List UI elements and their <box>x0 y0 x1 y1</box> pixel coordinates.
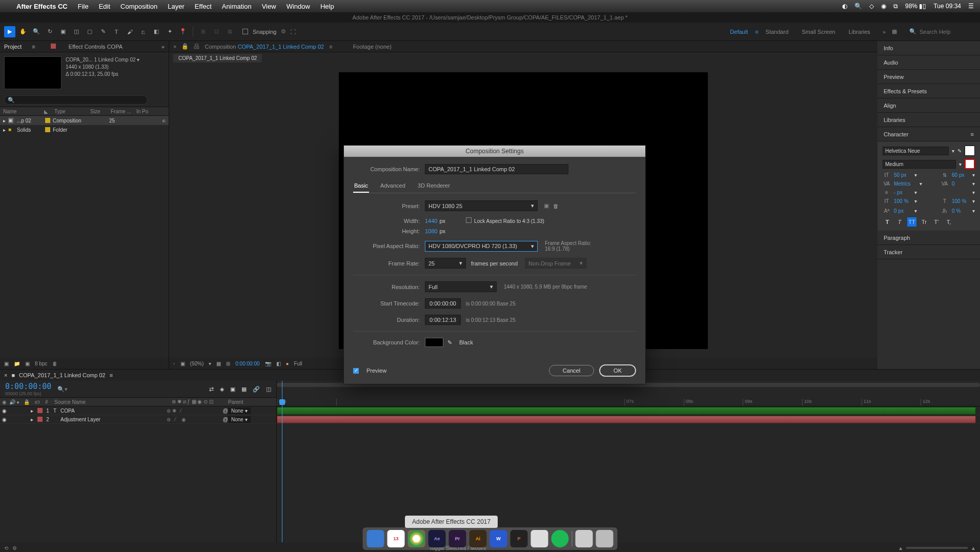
close-panel-icon[interactable]: × <box>173 44 176 50</box>
duration-input[interactable] <box>425 315 461 325</box>
preview-checkbox[interactable]: ✓ <box>353 368 359 374</box>
notification-icon[interactable]: ☰ <box>968 3 974 10</box>
fill-swatch[interactable] <box>965 146 975 156</box>
menu-view[interactable]: View <box>262 3 276 10</box>
pan-behind-tool[interactable]: ◫ <box>71 26 82 37</box>
search-input[interactable] <box>920 29 976 35</box>
panel-align[interactable]: Align <box>877 98 980 113</box>
rect-tool[interactable]: ▢ <box>84 26 95 37</box>
panel-overflow-icon[interactable]: » <box>161 44 165 50</box>
dock-app-chrome[interactable] <box>408 530 425 547</box>
faux-bold[interactable]: T <box>883 217 892 227</box>
dock-app-aftereffects[interactable]: Ae <box>428 530 446 547</box>
dock-app-p[interactable]: P <box>511 530 528 547</box>
ws-menu-icon[interactable]: ≡ <box>755 29 758 35</box>
tab-project[interactable]: Project <box>4 44 22 50</box>
kerning-input[interactable]: Metrics <box>894 181 916 187</box>
save-preset-icon[interactable]: ▣ <box>544 202 549 209</box>
zoom-in-icon[interactable]: ▲ <box>971 545 976 551</box>
superscript[interactable]: T' <box>932 217 941 227</box>
all-caps[interactable]: TT <box>907 217 916 227</box>
tl-foot-icon1[interactable]: ⟲ <box>4 545 8 551</box>
width-input[interactable]: 1440 <box>425 218 437 224</box>
channel-icon[interactable]: ▣ <box>180 361 185 366</box>
interpret-icon[interactable]: ▣ <box>4 361 9 366</box>
menu-help[interactable]: Help <box>320 3 334 10</box>
font-size-input[interactable]: 50 px <box>894 172 911 178</box>
ws-panel-icon[interactable]: ▦ <box>892 28 897 35</box>
small-caps[interactable]: Tr <box>920 217 929 227</box>
dock-downloads[interactable] <box>576 530 593 547</box>
font-dd-icon[interactable]: ▾ <box>952 148 954 154</box>
spotlight-icon[interactable]: 🔍 <box>854 3 862 10</box>
snapshot-icon[interactable]: 📷 <box>265 361 271 366</box>
app-menu[interactable]: After Effects CC <box>16 3 68 10</box>
zoom-tool[interactable]: 🔍 <box>31 26 42 37</box>
region-icon[interactable]: ◧ <box>276 361 281 366</box>
comp-thumbnail[interactable] <box>4 56 62 89</box>
footage-tab[interactable]: Footage (none) <box>353 44 392 50</box>
workspace-standard[interactable]: Standard <box>760 27 795 37</box>
grid-icon[interactable]: ⊞ <box>226 361 230 366</box>
menu-composition[interactable]: Composition <box>120 3 157 10</box>
layer-bar[interactable] <box>277 406 980 415</box>
tracking-input[interactable]: 0 <box>952 181 969 187</box>
time-display[interactable]: 0:00:00:00 <box>235 361 259 366</box>
parent-pickwhip-icon[interactable]: @ <box>223 417 228 422</box>
resolution-dropdown[interactable]: Full▾ <box>425 281 497 292</box>
tl-opt5-icon[interactable]: 🔗 <box>253 386 260 393</box>
ws-overflow-icon[interactable]: » <box>883 29 886 35</box>
leading-input[interactable]: 60 px <box>952 172 969 178</box>
color-mgmt-icon[interactable]: ● <box>286 361 289 366</box>
pen-tool[interactable]: ✎ <box>97 26 109 37</box>
tab-basic[interactable]: Basic <box>353 180 369 193</box>
panel-effects-presets[interactable]: Effects & Presets <box>877 84 980 98</box>
playhead[interactable] <box>282 381 282 542</box>
lock-icon[interactable]: 🔒 <box>181 43 189 50</box>
preset-dropdown[interactable]: HDV 1080 25▾ <box>425 200 538 211</box>
folder-btn-icon[interactable]: 📁 <box>14 361 20 366</box>
close-tl-icon[interactable]: × <box>4 372 7 378</box>
cancel-button[interactable]: Cancel <box>549 365 594 376</box>
type-tool[interactable]: T <box>111 26 122 37</box>
puppet-tool[interactable]: 📍 <box>177 26 189 37</box>
dock-trash[interactable] <box>596 530 614 547</box>
camera-tool[interactable]: ▣ <box>57 26 69 37</box>
roto-tool[interactable]: ✦ <box>164 26 175 37</box>
tl-opt3-icon[interactable]: ▣ <box>230 386 235 393</box>
zoom-slider[interactable] <box>906 547 968 549</box>
start-timecode-input[interactable] <box>425 298 461 309</box>
dock-app-finder[interactable] <box>367 530 384 547</box>
tab-effect-controls[interactable]: Effect Controls COPA <box>69 44 122 50</box>
eraser-tool[interactable]: ◧ <box>151 26 162 37</box>
wifi-icon[interactable]: ◇ <box>869 3 874 10</box>
layer-color[interactable] <box>37 417 43 422</box>
menu-file[interactable]: File <box>78 3 89 10</box>
par-dropdown[interactable]: HDV 1080/DVCPRO HD 720 (1.33)▾ <box>425 241 538 252</box>
panel-info[interactable]: Info <box>877 41 980 55</box>
dock-app-illustrator[interactable]: Ai <box>469 530 487 547</box>
font-family-dropdown[interactable]: Helvetica Neue <box>883 147 949 155</box>
baseline-input[interactable]: 0 px <box>894 208 911 214</box>
bluetooth-icon[interactable]: ⧉ <box>893 3 898 10</box>
workspace-default[interactable]: Default <box>724 27 754 37</box>
framerate-dropdown[interactable]: 25▾ <box>425 258 466 269</box>
hand-tool[interactable]: ✋ <box>17 26 29 37</box>
dock-app-notes[interactable] <box>531 530 548 547</box>
resolution-dropdown[interactable]: Full <box>294 361 302 366</box>
visibility-icon[interactable]: ◉ <box>2 408 9 414</box>
time-ruler[interactable]: 01s 07s 08s 09s 10s 11s 12s <box>277 381 980 406</box>
panel-paragraph[interactable]: Paragraph <box>877 231 980 245</box>
vscale-input[interactable]: 100 % <box>894 198 911 204</box>
panel-character[interactable]: Character≡ <box>877 127 980 141</box>
comp-tab-label[interactable]: Composition COPA_2017_1_1 Linked Comp 02 <box>205 44 324 50</box>
local-axis-icon[interactable]: ⊞ <box>197 26 209 37</box>
tl-menu-icon[interactable]: ≡ <box>110 372 113 378</box>
comp-breadcrumb[interactable]: COPA_2017_1_1 Linked Comp 02 <box>173 54 262 63</box>
tl-opt2-icon[interactable]: ◈ <box>220 386 224 393</box>
brush-tool[interactable]: 🖌 <box>124 26 135 37</box>
cc-sync-icon[interactable]: ◐ <box>842 3 847 10</box>
dock-app-word[interactable]: W <box>490 530 507 547</box>
delete-preset-icon[interactable]: 🗑 <box>553 203 559 209</box>
flowchart-icon[interactable]: ⎌ <box>162 118 166 124</box>
